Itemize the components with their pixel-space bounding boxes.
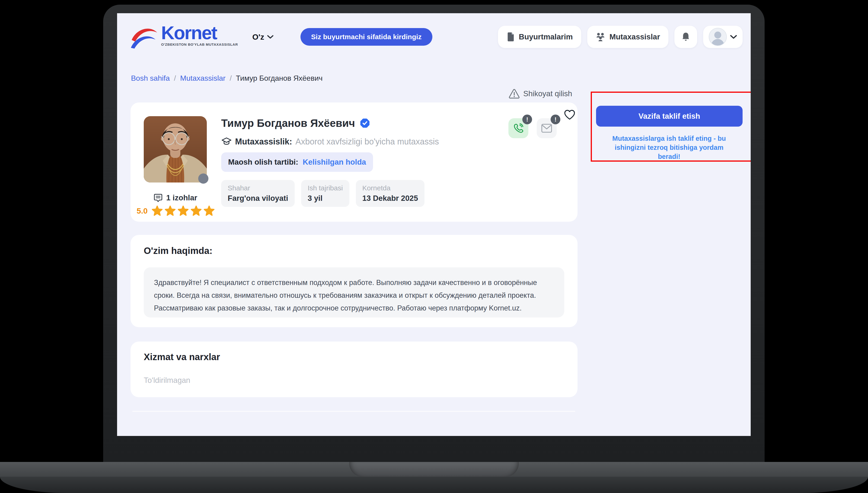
mail-notification-badge: !: [550, 114, 560, 124]
star-icon: [152, 206, 162, 216]
language-selector[interactable]: O'z: [252, 33, 274, 42]
kornet-swoosh-icon: [131, 24, 158, 50]
salary-value: Kelishilgan holda: [303, 158, 366, 166]
services-section: Xizmat va narxlar To'ldirilmagan: [131, 342, 578, 397]
specialist-name: Тимур Богданов Яхёевич: [221, 117, 355, 129]
breadcrumb-specialists-link[interactable]: Mutaxassislar: [180, 74, 225, 83]
specialist-name-row: Тимур Богданов Яхёевич: [221, 117, 371, 129]
bell-icon: [681, 31, 690, 42]
section-divider: [132, 411, 575, 412]
report-label: Shikoyat qilish: [523, 89, 572, 98]
breadcrumb-separator: /: [174, 74, 176, 83]
browser-viewport: Kornet O'ZBEKISTON BO'YLAB MUTAXASSISLAR…: [117, 13, 751, 436]
star-icon: [178, 206, 189, 216]
laptop-base-bottom: [0, 477, 868, 493]
reviews-label: 1 izohlar: [166, 193, 197, 202]
nav-label: Mutaxassislar: [609, 33, 660, 41]
logo-title: Kornet: [161, 24, 238, 42]
nav-buyurtmalarim-button[interactable]: Buyurtmalarim: [498, 26, 581, 48]
chip-label: Shahar: [228, 184, 288, 192]
warning-triangle-icon: [509, 89, 520, 99]
chip-value: 3 yil: [308, 194, 343, 203]
specialty-value: Axborot xavfsizligi bo'yicha mutaxassis: [295, 137, 439, 147]
about-title: O'zim haqimda:: [144, 245, 212, 256]
specialty-label: Mutaxassislik:: [235, 137, 292, 147]
chip-value: 13 Dekabr 2025: [362, 194, 418, 203]
detail-chip-experience: Ish tajribasi 3 yil: [301, 180, 349, 207]
chip-value: Farg'ona viloyati: [228, 194, 288, 203]
nav-mutaxassislar-button[interactable]: Mutaxassislar: [587, 26, 668, 48]
envelope-icon: [541, 124, 552, 133]
verified-badge-icon: [359, 117, 371, 129]
breadcrumb-current-page: Тимур Богданов Яхёевич: [236, 74, 323, 83]
reviews-count[interactable]: 1 izohlar: [136, 193, 215, 202]
star-icon: [204, 206, 214, 216]
status-dot: [198, 173, 209, 184]
phone-icon: [513, 123, 524, 133]
services-empty-state: To'ldirilmagan: [144, 376, 190, 385]
profile-photo[interactable]: [144, 116, 207, 183]
salary-label: Maosh olish tartibi:: [228, 158, 298, 166]
services-title: Xizmat va narxlar: [144, 352, 220, 362]
favorite-heart-icon[interactable]: [564, 109, 576, 121]
laptop-frame: Kornet O'ZBEKISTON BO'YLAB MUTAXASSISLAR…: [0, 0, 868, 493]
graduation-cap-icon: [221, 136, 232, 147]
language-label: O'z: [252, 33, 264, 42]
notifications-button[interactable]: [674, 26, 697, 48]
details-chips: Shahar Farg'ona viloyati Ish tajribasi 3…: [221, 180, 425, 207]
breadcrumb: Bosh sahifa / Mutaxassislar / Тимур Богд…: [131, 74, 323, 83]
nav-label: Buyurtmalarim: [519, 33, 573, 41]
salary-chip: Maosh olish tartibi: Kelishilgan holda: [221, 152, 373, 172]
account-menu-button[interactable]: [703, 26, 743, 48]
offer-task-button[interactable]: Vazifa taklif etish: [596, 106, 743, 127]
detail-chip-city: Shahar Farg'ona viloyati: [221, 180, 295, 207]
laptop-notch: [349, 462, 519, 477]
rating-value: 5.0: [136, 207, 148, 215]
show-phone-button[interactable]: !: [508, 118, 528, 138]
laptop-base: [0, 462, 868, 477]
offer-panel-highlight: Vazifa taklif etish Mutaxassislarga ish …: [591, 92, 751, 162]
laptop-bezel: Kornet O'ZBEKISTON BO'YLAB MUTAXASSISLAR…: [103, 5, 765, 462]
detail-chip-member-since: Kornetda 13 Dekabr 2025: [356, 180, 425, 207]
users-icon: [595, 32, 605, 42]
logo-tagline: O'ZBEKISTON BO'YLAB MUTAXASSISLAR: [161, 42, 238, 46]
about-text: Здравствуйте! Я специалист с ответственн…: [154, 276, 554, 315]
comment-bubble-icon: [154, 193, 162, 202]
star-icon: [191, 206, 201, 216]
document-icon: [506, 32, 515, 42]
phone-notification-badge: !: [522, 114, 532, 124]
site-header: Kornet O'ZBEKISTON BO'YLAB MUTAXASSISLAR…: [131, 23, 743, 50]
specialty-row: Mutaxassislik: Axborot xavfsizligi bo'yi…: [221, 136, 439, 147]
chevron-down-icon: [730, 35, 737, 39]
star-icon: [165, 206, 175, 216]
offer-panel-note: Mutaxassislarga ish taklif eting - bu is…: [603, 134, 735, 161]
kornet-logo[interactable]: Kornet O'ZBEKISTON BO'YLAB MUTAXASSISLAR: [131, 24, 238, 50]
chevron-down-icon: [267, 35, 274, 39]
report-link[interactable]: Shikoyat qilish: [509, 89, 572, 99]
send-message-button[interactable]: !: [537, 118, 557, 138]
breadcrumb-home-link[interactable]: Bosh sahifa: [131, 74, 170, 83]
user-avatar-icon: [709, 28, 727, 46]
chip-label: Ish tajribasi: [308, 184, 343, 192]
specialist-profile-card: 1 izohlar 5.0 Тимур Богданов Яхёевич: [131, 103, 578, 222]
rating: 5.0: [136, 206, 215, 216]
about-section: O'zim haqimda: Здравствуйте! Я специалис…: [131, 235, 578, 327]
about-text-box: Здравствуйте! Я специалист с ответственн…: [144, 267, 564, 318]
breadcrumb-separator: /: [230, 74, 232, 83]
chip-label: Kornetda: [362, 184, 418, 192]
role-status-badge: Siz buyurtmachi sifatida kirdingiz: [301, 28, 432, 46]
